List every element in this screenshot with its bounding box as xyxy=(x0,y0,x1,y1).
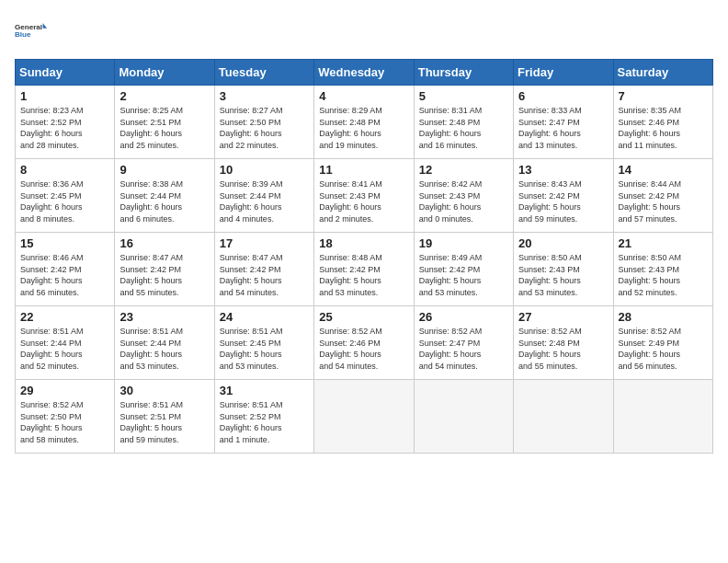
day-number: 17 xyxy=(220,236,309,250)
day-number: 25 xyxy=(319,310,408,324)
day-number: 7 xyxy=(619,89,708,103)
day-info: Sunrise: 8:52 AM Sunset: 2:49 PM Dayligh… xyxy=(619,326,708,372)
day-info: Sunrise: 8:52 AM Sunset: 2:46 PM Dayligh… xyxy=(319,326,408,372)
day-info: Sunrise: 8:44 AM Sunset: 2:42 PM Dayligh… xyxy=(619,178,708,224)
day-cell: 21Sunrise: 8:50 AM Sunset: 2:43 PM Dayli… xyxy=(613,233,712,306)
day-cell: 25Sunrise: 8:52 AM Sunset: 2:46 PM Dayli… xyxy=(314,306,414,380)
day-cell: 26Sunrise: 8:52 AM Sunset: 2:47 PM Dayli… xyxy=(414,306,513,380)
day-cell: 14Sunrise: 8:44 AM Sunset: 2:42 PM Dayli… xyxy=(613,159,712,233)
day-cell: 9Sunrise: 8:38 AM Sunset: 2:44 PM Daylig… xyxy=(115,159,214,233)
day-cell: 11Sunrise: 8:41 AM Sunset: 2:43 PM Dayli… xyxy=(314,159,414,233)
day-number: 12 xyxy=(419,163,508,177)
day-number: 26 xyxy=(419,310,508,324)
week-row-3: 15Sunrise: 8:46 AM Sunset: 2:42 PM Dayli… xyxy=(16,233,713,306)
day-number: 16 xyxy=(119,236,209,250)
day-info: Sunrise: 8:50 AM Sunset: 2:43 PM Dayligh… xyxy=(518,252,608,298)
day-number: 9 xyxy=(119,163,209,177)
day-cell xyxy=(613,380,712,454)
week-row-4: 22Sunrise: 8:51 AM Sunset: 2:44 PM Dayli… xyxy=(16,306,713,380)
day-cell: 19Sunrise: 8:49 AM Sunset: 2:42 PM Dayli… xyxy=(414,233,513,306)
day-cell: 17Sunrise: 8:47 AM Sunset: 2:42 PM Dayli… xyxy=(214,233,313,306)
day-info: Sunrise: 8:41 AM Sunset: 2:43 PM Dayligh… xyxy=(319,178,408,224)
day-cell: 23Sunrise: 8:51 AM Sunset: 2:44 PM Dayli… xyxy=(115,306,214,380)
day-cell: 29Sunrise: 8:52 AM Sunset: 2:50 PM Dayli… xyxy=(16,380,115,454)
day-number: 23 xyxy=(119,310,209,324)
day-info: Sunrise: 8:48 AM Sunset: 2:42 PM Dayligh… xyxy=(319,252,408,298)
day-number: 14 xyxy=(619,163,708,177)
day-number: 1 xyxy=(20,89,109,103)
day-number: 19 xyxy=(419,236,508,250)
day-info: Sunrise: 8:36 AM Sunset: 2:45 PM Dayligh… xyxy=(20,178,109,224)
day-info: Sunrise: 8:47 AM Sunset: 2:42 PM Dayligh… xyxy=(119,252,209,298)
day-info: Sunrise: 8:51 AM Sunset: 2:45 PM Dayligh… xyxy=(220,326,309,372)
week-row-1: 1Sunrise: 8:23 AM Sunset: 2:52 PM Daylig… xyxy=(16,86,713,159)
day-number: 5 xyxy=(419,89,508,103)
day-cell: 8Sunrise: 8:36 AM Sunset: 2:45 PM Daylig… xyxy=(16,159,115,233)
day-cell: 15Sunrise: 8:46 AM Sunset: 2:42 PM Dayli… xyxy=(16,233,115,306)
col-header-friday: Friday xyxy=(514,60,613,86)
day-info: Sunrise: 8:38 AM Sunset: 2:44 PM Dayligh… xyxy=(119,178,209,224)
day-number: 30 xyxy=(119,384,209,397)
day-number: 28 xyxy=(619,310,708,324)
day-info: Sunrise: 8:52 AM Sunset: 2:50 PM Dayligh… xyxy=(20,399,109,445)
day-cell: 12Sunrise: 8:42 AM Sunset: 2:43 PM Dayli… xyxy=(414,159,513,233)
day-number: 20 xyxy=(518,236,608,250)
day-cell: 2Sunrise: 8:25 AM Sunset: 2:51 PM Daylig… xyxy=(115,86,214,159)
svg-text:Blue: Blue xyxy=(15,30,31,39)
day-info: Sunrise: 8:51 AM Sunset: 2:44 PM Dayligh… xyxy=(119,326,209,372)
day-cell: 24Sunrise: 8:51 AM Sunset: 2:45 PM Dayli… xyxy=(214,306,313,380)
col-header-saturday: Saturday xyxy=(613,60,712,86)
day-cell: 16Sunrise: 8:47 AM Sunset: 2:42 PM Dayli… xyxy=(115,233,214,306)
day-number: 31 xyxy=(220,384,309,397)
day-number: 6 xyxy=(518,89,608,103)
day-number: 13 xyxy=(518,163,608,177)
day-number: 18 xyxy=(319,236,408,250)
day-info: Sunrise: 8:35 AM Sunset: 2:46 PM Dayligh… xyxy=(619,105,708,151)
day-cell: 18Sunrise: 8:48 AM Sunset: 2:42 PM Dayli… xyxy=(314,233,414,306)
day-cell: 28Sunrise: 8:52 AM Sunset: 2:49 PM Dayli… xyxy=(613,306,712,380)
day-number: 8 xyxy=(20,163,109,177)
day-cell xyxy=(514,380,613,454)
col-header-wednesday: Wednesday xyxy=(314,60,414,86)
day-info: Sunrise: 8:23 AM Sunset: 2:52 PM Dayligh… xyxy=(20,105,109,151)
col-header-monday: Monday xyxy=(115,60,214,86)
day-cell: 7Sunrise: 8:35 AM Sunset: 2:46 PM Daylig… xyxy=(613,86,712,159)
day-info: Sunrise: 8:39 AM Sunset: 2:44 PM Dayligh… xyxy=(220,178,309,224)
day-info: Sunrise: 8:51 AM Sunset: 2:52 PM Dayligh… xyxy=(220,399,309,445)
day-cell: 27Sunrise: 8:52 AM Sunset: 2:48 PM Dayli… xyxy=(514,306,613,380)
day-cell: 3Sunrise: 8:27 AM Sunset: 2:50 PM Daylig… xyxy=(214,86,313,159)
day-number: 29 xyxy=(20,384,109,397)
day-number: 2 xyxy=(119,89,209,103)
day-info: Sunrise: 8:46 AM Sunset: 2:42 PM Dayligh… xyxy=(20,252,109,298)
week-row-2: 8Sunrise: 8:36 AM Sunset: 2:45 PM Daylig… xyxy=(16,159,713,233)
day-number: 3 xyxy=(220,89,309,103)
day-number: 11 xyxy=(319,163,408,177)
header-row: SundayMondayTuesdayWednesdayThursdayFrid… xyxy=(16,60,713,86)
day-cell: 20Sunrise: 8:50 AM Sunset: 2:43 PM Dayli… xyxy=(514,233,613,306)
day-info: Sunrise: 8:52 AM Sunset: 2:47 PM Dayligh… xyxy=(419,326,508,372)
day-cell: 31Sunrise: 8:51 AM Sunset: 2:52 PM Dayli… xyxy=(214,380,313,454)
day-info: Sunrise: 8:47 AM Sunset: 2:42 PM Dayligh… xyxy=(220,252,309,298)
day-info: Sunrise: 8:49 AM Sunset: 2:42 PM Dayligh… xyxy=(419,252,508,298)
day-number: 10 xyxy=(220,163,309,177)
day-info: Sunrise: 8:42 AM Sunset: 2:43 PM Dayligh… xyxy=(419,178,508,224)
day-info: Sunrise: 8:52 AM Sunset: 2:48 PM Dayligh… xyxy=(518,326,608,372)
logo-svg: General Blue xyxy=(15,15,48,48)
svg-text:General: General xyxy=(15,23,42,31)
day-info: Sunrise: 8:51 AM Sunset: 2:51 PM Dayligh… xyxy=(119,399,209,445)
day-info: Sunrise: 8:27 AM Sunset: 2:50 PM Dayligh… xyxy=(220,105,309,151)
day-cell xyxy=(414,380,513,454)
day-info: Sunrise: 8:33 AM Sunset: 2:47 PM Dayligh… xyxy=(518,105,608,151)
svg-marker-2 xyxy=(43,23,48,29)
day-info: Sunrise: 8:43 AM Sunset: 2:42 PM Dayligh… xyxy=(518,178,608,224)
day-info: Sunrise: 8:29 AM Sunset: 2:48 PM Dayligh… xyxy=(319,105,408,151)
day-info: Sunrise: 8:25 AM Sunset: 2:51 PM Dayligh… xyxy=(119,105,209,151)
day-info: Sunrise: 8:51 AM Sunset: 2:44 PM Dayligh… xyxy=(20,326,109,372)
col-header-sunday: Sunday xyxy=(16,60,115,86)
day-cell: 5Sunrise: 8:31 AM Sunset: 2:48 PM Daylig… xyxy=(414,86,513,159)
day-cell: 1Sunrise: 8:23 AM Sunset: 2:52 PM Daylig… xyxy=(16,86,115,159)
day-cell: 22Sunrise: 8:51 AM Sunset: 2:44 PM Dayli… xyxy=(16,306,115,380)
day-number: 22 xyxy=(20,310,109,324)
page-header: General Blue xyxy=(15,15,713,48)
col-header-thursday: Thursday xyxy=(414,60,513,86)
